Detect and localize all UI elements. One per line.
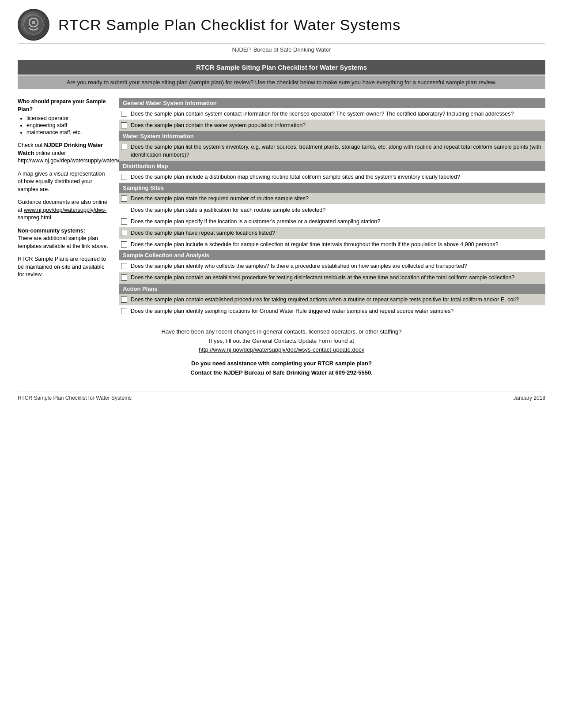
section-header-action-plans: Action Plans <box>119 284 545 294</box>
guidance-link[interactable]: www.nj.gov/dep/watersupply/dws-sampreg.h… <box>18 207 107 221</box>
checkbox-sca-1[interactable] <box>121 263 127 269</box>
checkbox-gwsi-2[interactable] <box>121 122 127 128</box>
checkbox-ss-5[interactable] <box>121 241 127 248</box>
checkbox-ap-1[interactable] <box>121 296 127 303</box>
list-item: maintenance staff, etc. <box>26 129 110 135</box>
section-sample-collection: Sample Collection and Analysis Does the … <box>119 250 545 283</box>
checklist-item: Does the sample plan specify if the loca… <box>119 216 545 227</box>
cta-line2: Contact the NJDEP Bureau of Safe Drinkin… <box>18 368 545 378</box>
checkbox-gwsi-1[interactable] <box>121 111 127 117</box>
checklist-item: Does the sample plan include a distribut… <box>119 171 545 183</box>
page-header: RTCR Sample Plan Checklist for Water Sys… <box>18 9 545 44</box>
checklist-item: Does the sample plan include a schedule … <box>119 239 545 250</box>
checkbox-ap-2[interactable] <box>121 308 127 314</box>
checklist-item: Does the sample plan have repeat sample … <box>119 227 545 239</box>
banner-title: RTCR Sample Siting Plan Checklist for Wa… <box>18 60 545 75</box>
checklist-item: Does the sample plan contain system cont… <box>119 108 545 120</box>
section-action-plans: Action Plans Does the sample plan contai… <box>119 284 545 317</box>
checklist-text-ss-1: Does the sample plan state the required … <box>131 195 544 203</box>
footer-line2: If yes, fill out the General Contacts Up… <box>209 338 354 344</box>
checkbox-ss-4[interactable] <box>121 230 127 236</box>
section-header-general-water: General Water System Information <box>119 98 545 108</box>
checklist-text-gwsi-1: Does the sample plan contain system cont… <box>131 110 544 118</box>
checklist-text-sca-1: Does the sample plan identify who collec… <box>131 262 544 270</box>
checklist-text-dm-1: Does the sample plan include a distribut… <box>131 173 544 181</box>
checklist-text-ss-2: Does the sample plan state a justificati… <box>131 206 544 214</box>
page-footer-right: January 2018 <box>513 395 545 401</box>
checklist-item: Does the sample plan list the system's i… <box>119 141 545 161</box>
who-prepare-list: licensed operator engineering staff main… <box>18 115 110 135</box>
logo-inner <box>20 11 47 38</box>
svg-point-2 <box>32 21 35 24</box>
checklist-item: Does the sample plan state a justificati… <box>119 204 545 216</box>
checklist-item: Does the sample plan identify who collec… <box>119 260 545 272</box>
section-distribution-map: Distribution Map Does the sample plan in… <box>119 161 545 183</box>
checklist-item: Does the sample plan identify sampling l… <box>119 305 545 317</box>
noncommunity-title: Non-community systems: <box>18 228 85 234</box>
checklist-text-ss-4: Does the sample plan have repeat sample … <box>131 229 544 237</box>
who-prepare-title: Who should prepare your Sample Plan? <box>18 98 110 113</box>
noncommunity-text: There are additional sample plan templat… <box>18 235 108 249</box>
header-subtitle: NJDEP, Bureau of Safe Drinking Water <box>18 46 545 53</box>
left-column: Who should prepare your Sample Plan? lic… <box>18 98 119 317</box>
footer-line1: Have there been any recent changes in ge… <box>162 328 402 335</box>
banner-intro: Are you ready to submit your sample siti… <box>18 75 545 89</box>
page-footer: RTCR Sample Plan Checklist for Water Sys… <box>18 391 545 401</box>
checklist-text-ap-1: Does the sample plan contain established… <box>131 296 544 304</box>
footer-link[interactable]: http://www.nj.gov/dep/watersupply/doc/ws… <box>199 346 364 353</box>
checkbox-dm-1[interactable] <box>121 174 127 180</box>
section-header-sampling-sites: Sampling Sites <box>119 183 545 193</box>
map-text: A map gives a visual representation of h… <box>18 170 110 194</box>
checkbox-wsi-1[interactable] <box>121 144 127 150</box>
checklist-text-ss-5: Does the sample plan include a schedule … <box>131 240 544 248</box>
checklist-text-ap-2: Does the sample plan identify sampling l… <box>131 307 544 315</box>
section-sampling-sites: Sampling Sites Does the sample plan stat… <box>119 183 545 251</box>
section-general-water: General Water System Information Does th… <box>119 98 545 131</box>
cta-section: Do you need assistance with completing y… <box>18 359 545 378</box>
page-footer-left: RTCR Sample Plan Checklist for Water Sys… <box>18 395 132 401</box>
checklist-text-wsi-1: Does the sample plan list the system's i… <box>131 143 544 159</box>
guidance-text: Guidance documents are also online at ww… <box>18 199 110 222</box>
checklist-item: Does the sample plan contain established… <box>119 294 545 305</box>
logo <box>18 9 49 41</box>
section-header-distribution-map: Distribution Map <box>119 161 545 171</box>
rtcr-note: RTCR Sample Plans are required to be mai… <box>18 255 110 279</box>
checklist-item: Does the sample plan contain the water s… <box>119 120 545 131</box>
checkbox-sca-2[interactable] <box>121 274 127 281</box>
cta-line1: Do you need assistance with completing y… <box>18 359 545 368</box>
section-header-sample-collection: Sample Collection and Analysis <box>119 250 545 260</box>
check-out-text: Check out NJDEP Drinking Water Watch onl… <box>18 142 110 165</box>
section-header-water-system: Water System Information <box>119 131 545 141</box>
checklist-item: Does the sample plan contain an establis… <box>119 272 545 283</box>
checkbox-ss-3[interactable] <box>121 218 127 225</box>
checklist-item: Does the sample plan state the required … <box>119 193 545 204</box>
checkbox-ss-1[interactable] <box>121 195 127 202</box>
noncommunity-section: Non-community systems: There are additio… <box>18 227 110 251</box>
checklist-text-sca-2: Does the sample plan contain an establis… <box>131 274 544 281</box>
checklist-text-gwsi-2: Does the sample plan contain the water s… <box>131 121 544 129</box>
checklist-text-ss-3: Does the sample plan specify if the loca… <box>131 218 544 225</box>
right-column: General Water System Information Does th… <box>119 98 545 317</box>
main-content: Who should prepare your Sample Plan? lic… <box>18 98 545 317</box>
page-title: RTCR Sample Plan Checklist for Water Sys… <box>58 16 401 34</box>
waterwatch-link[interactable]: http://www.nj.gov/dep/watersupply/waterw… <box>18 158 131 164</box>
section-water-system: Water System Information Does the sample… <box>119 131 545 161</box>
footer-note: Have there been any recent changes in ge… <box>18 327 545 355</box>
list-item: licensed operator <box>26 115 110 121</box>
list-item: engineering staff <box>26 122 110 128</box>
